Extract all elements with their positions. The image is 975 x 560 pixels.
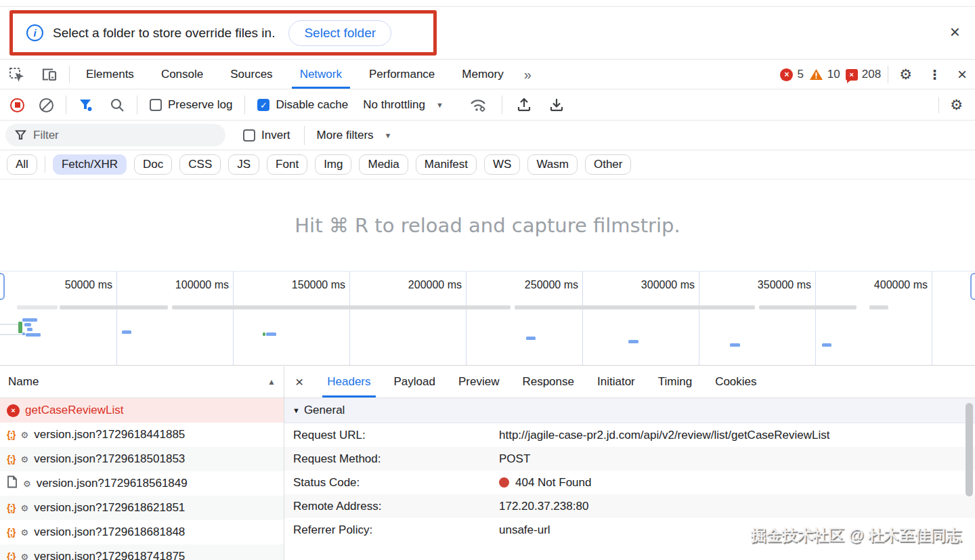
timeline-gridline bbox=[349, 272, 350, 365]
request-row[interactable]: ⚙ version.json?1729618561849 bbox=[0, 471, 284, 496]
timeline-gridline bbox=[699, 272, 699, 365]
infobar-close-icon[interactable]: × bbox=[950, 23, 960, 41]
json-file-icon: {;} bbox=[7, 527, 16, 538]
name-column-header[interactable]: Name ▲ bbox=[0, 366, 284, 398]
pill-divider bbox=[45, 156, 45, 173]
annotation-red-box: i Select a folder to store override file… bbox=[9, 10, 437, 56]
clear-network-log-icon[interactable] bbox=[39, 98, 53, 112]
overview-load-band bbox=[759, 305, 857, 309]
gear-badge-icon: ⚙ bbox=[21, 454, 29, 465]
select-folder-button[interactable]: Select folder bbox=[288, 20, 391, 46]
checkbox-unchecked bbox=[150, 99, 162, 111]
issues-badge[interactable]: × 208 bbox=[846, 68, 881, 81]
export-har-icon[interactable] bbox=[540, 97, 573, 113]
network-controls-bar: Preserve log ✓ Disable cache No throttli… bbox=[0, 90, 975, 121]
timeline-tick: 200000 ms bbox=[360, 279, 462, 291]
request-bar bbox=[24, 323, 31, 326]
timeline-tick: 250000 ms bbox=[477, 279, 578, 291]
tab-payload[interactable]: Payload bbox=[383, 366, 447, 397]
preserve-log-checkbox[interactable]: Preserve log bbox=[142, 98, 240, 112]
disable-cache-checkbox[interactable]: ✓ Disable cache bbox=[249, 98, 356, 112]
tab-performance[interactable]: Performance bbox=[355, 60, 448, 89]
request-bar bbox=[122, 330, 131, 334]
overview-left-handle[interactable] bbox=[0, 273, 5, 300]
type-filter-img[interactable]: Img bbox=[315, 154, 351, 175]
issues-icon: × bbox=[846, 69, 858, 81]
json-file-icon: {;} bbox=[7, 429, 16, 440]
tab-initiator[interactable]: Initiator bbox=[586, 366, 647, 397]
details-scrollbar[interactable] bbox=[966, 403, 973, 496]
request-bar bbox=[18, 322, 22, 333]
request-row[interactable]: {;} ⚙ version.json?1729618741875 bbox=[0, 544, 284, 560]
tab-preview[interactable]: Preview bbox=[447, 366, 511, 397]
tab-elements[interactable]: Elements bbox=[72, 60, 148, 89]
type-filter-other[interactable]: Other bbox=[585, 154, 632, 175]
type-filter-doc[interactable]: Doc bbox=[134, 154, 172, 175]
type-filter-css[interactable]: CSS bbox=[179, 154, 221, 175]
tab-network[interactable]: Network bbox=[286, 60, 355, 89]
throttling-dropdown[interactable]: No throttling ▼ bbox=[356, 98, 450, 112]
override-infobar: i Select a folder to store override file… bbox=[0, 6, 975, 60]
filter-input-wrap[interactable] bbox=[5, 124, 225, 146]
request-row[interactable]: {;} ⚙ version.json?1729618501853 bbox=[0, 447, 284, 471]
type-filter-ws[interactable]: WS bbox=[484, 154, 520, 175]
filter-funnel-icon[interactable] bbox=[70, 98, 102, 112]
tab-response[interactable]: Response bbox=[511, 366, 586, 397]
more-filters-dropdown[interactable]: More filters ▼ bbox=[310, 129, 399, 142]
type-filter-media[interactable]: Media bbox=[359, 154, 408, 175]
warning-badge[interactable]: 10 bbox=[809, 68, 840, 81]
toolbar-divider bbox=[888, 66, 888, 83]
tab-timing[interactable]: Timing bbox=[647, 366, 703, 397]
tab-sources[interactable]: Sources bbox=[217, 60, 286, 89]
tab-console[interactable]: Console bbox=[148, 60, 217, 89]
filter-input[interactable] bbox=[33, 129, 196, 142]
field-status-code: Status Code: 404 Not Found bbox=[284, 471, 975, 494]
device-toolbar-icon[interactable] bbox=[32, 60, 66, 89]
request-bar bbox=[27, 328, 32, 331]
request-row-getcasereviewlist[interactable]: × getCaseReviewList bbox=[0, 398, 284, 423]
tab-headers[interactable]: Headers bbox=[316, 366, 382, 397]
warning-icon bbox=[809, 68, 823, 81]
type-filter-all[interactable]: All bbox=[7, 154, 37, 175]
overview-load-band bbox=[172, 305, 511, 309]
tab-memory[interactable]: Memory bbox=[448, 60, 517, 89]
more-tabs-icon[interactable]: » bbox=[517, 60, 537, 89]
infobar-message: Select a folder to store override files … bbox=[53, 26, 275, 41]
devtools-close-icon[interactable]: × bbox=[949, 60, 975, 89]
overview-right-handle[interactable] bbox=[970, 273, 975, 300]
type-filter-manifest[interactable]: Manifest bbox=[416, 154, 477, 175]
error-badge[interactable]: × 5 bbox=[780, 68, 803, 81]
type-filter-font[interactable]: Font bbox=[267, 154, 307, 175]
type-filter-wasm[interactable]: Wasm bbox=[527, 154, 578, 175]
network-conditions-icon[interactable] bbox=[460, 97, 496, 113]
type-filter-js[interactable]: JS bbox=[228, 154, 259, 175]
request-row[interactable]: {;} ⚙ version.json?1729618441885 bbox=[0, 423, 284, 447]
overview-load-band bbox=[60, 305, 168, 309]
inspect-element-icon[interactable] bbox=[0, 60, 32, 89]
import-har-icon[interactable] bbox=[508, 97, 540, 113]
invert-checkbox[interactable]: Invert bbox=[235, 129, 299, 142]
request-bar bbox=[628, 340, 638, 343]
general-section-header[interactable]: ▼ General bbox=[284, 398, 975, 423]
request-bar bbox=[263, 332, 265, 336]
network-overview-timeline[interactable]: 50000 ms 100000 ms 150000 ms 200000 ms 2… bbox=[0, 271, 975, 366]
request-row[interactable]: {;} ⚙ version.json?1729618621851 bbox=[0, 496, 284, 520]
type-filter-fetch-xhr[interactable]: Fetch/XHR bbox=[53, 154, 127, 175]
json-file-icon: {;} bbox=[7, 454, 16, 465]
timeline-tick: 100000 ms bbox=[127, 279, 229, 291]
tab-cookies[interactable]: Cookies bbox=[703, 366, 768, 397]
status-error-dot bbox=[499, 477, 509, 488]
gear-badge-icon: ⚙ bbox=[21, 527, 29, 538]
error-count: 5 bbox=[797, 68, 803, 81]
record-stop-icon[interactable] bbox=[10, 98, 24, 112]
request-error-icon: × bbox=[7, 404, 20, 417]
timeline-gridline bbox=[233, 272, 234, 365]
requests-pane: Name ▲ × getCaseReviewList {;} ⚙ version… bbox=[0, 366, 284, 560]
checkbox-checked: ✓ bbox=[257, 99, 269, 111]
kebab-menu-icon[interactable]: ⋮ bbox=[920, 60, 949, 89]
close-details-icon[interactable]: × bbox=[284, 366, 316, 397]
network-settings-gear-icon[interactable]: ⚙ bbox=[938, 97, 971, 113]
settings-gear-icon[interactable]: ⚙ bbox=[891, 60, 920, 89]
request-row[interactable]: {;} ⚙ version.json?1729618681848 bbox=[0, 520, 284, 544]
search-icon[interactable] bbox=[102, 98, 133, 112]
